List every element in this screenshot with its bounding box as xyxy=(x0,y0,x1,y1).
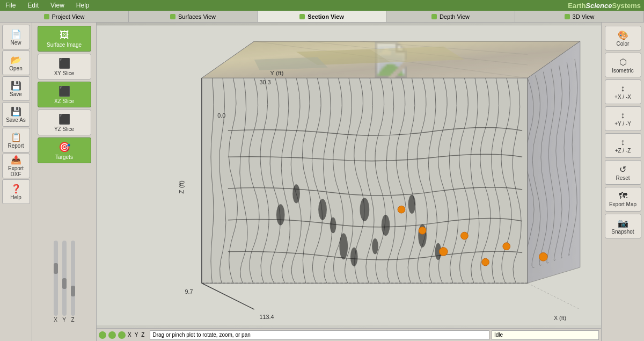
svg-point-37 xyxy=(503,243,510,250)
svg-text:Y (ft): Y (ft) xyxy=(270,69,283,76)
plus-y-minus-y-button[interactable]: ↕ +Y / -Y xyxy=(605,106,641,131)
plus-x-minus-x-button[interactable]: ↕ +X / -X xyxy=(605,79,641,104)
left-toolbar: 📄 New 📂 Open 💾 Save 💾 Save As 📋 Report 📤… xyxy=(0,23,32,341)
snapshot-icon: 📷 xyxy=(618,218,628,228)
export-dxf-icon: 📤 xyxy=(11,155,21,165)
view-area[interactable]: Y (ft) 30.3 0.0 Z (ft) 9.7 113.4 X (ft) … xyxy=(97,23,601,341)
right-toolbar: 🎨 Color ⬡ Isometric ↕ +X / -X ↕ +Y / -Y … xyxy=(601,23,644,341)
tab-depth-view[interactable]: Depth View xyxy=(386,11,515,22)
color-icon: 🎨 xyxy=(618,30,628,40)
report-button[interactable]: 📋 Report xyxy=(2,128,30,153)
slider-z-thumb[interactable] xyxy=(71,286,75,296)
xz-slice-icon: ⬛ xyxy=(58,85,70,97)
tab-indicator xyxy=(565,14,570,19)
slider-x-label: X xyxy=(54,317,57,323)
surface-image-button[interactable]: 🖼 Surface Image xyxy=(38,26,91,52)
slider-x-col: X xyxy=(54,241,58,323)
y-axis-label: Y xyxy=(135,332,138,338)
svg-text:113.4: 113.4 xyxy=(260,314,274,320)
svg-point-14 xyxy=(372,238,378,254)
svg-point-20 xyxy=(276,204,285,225)
xy-slice-icon: ⬛ xyxy=(58,57,70,69)
targets-button[interactable]: 🎯 Targets xyxy=(38,137,91,163)
svg-point-38 xyxy=(539,252,547,261)
side-panel: 🖼 Surface Image ⬛ XY Slice ⬛ XZ Slice ⬛ … xyxy=(32,23,97,341)
save-as-button[interactable]: 💾 Save As xyxy=(2,102,30,127)
svg-point-9 xyxy=(318,199,327,220)
save-as-icon: 💾 xyxy=(11,106,21,117)
new-icon: 📄 xyxy=(11,29,21,39)
tab-indicator xyxy=(44,14,49,19)
svg-point-11 xyxy=(339,233,348,259)
export-map-icon: 🗺 xyxy=(619,191,627,201)
status-indicator-y xyxy=(108,331,116,339)
tab-indicator xyxy=(170,14,175,19)
isometric-icon: ⬡ xyxy=(619,57,627,67)
isometric-button[interactable]: ⬡ Isometric xyxy=(605,53,641,77)
save-icon: 💾 xyxy=(11,81,21,91)
reset-button[interactable]: ↺ Reset xyxy=(605,160,641,185)
slider-z-track[interactable] xyxy=(71,241,75,316)
yz-slice-icon: ⬛ xyxy=(58,113,70,125)
help-button[interactable]: ❓ Help xyxy=(2,179,30,204)
svg-point-33 xyxy=(419,227,426,234)
save-button[interactable]: 💾 Save xyxy=(2,76,30,101)
surface-image-icon: 🖼 xyxy=(60,30,69,41)
svg-text:9.7: 9.7 xyxy=(185,288,193,295)
menu-file[interactable]: File xyxy=(3,1,18,10)
visualization-svg: Y (ft) 30.3 0.0 Z (ft) 9.7 113.4 X (ft) xyxy=(97,23,601,328)
svg-point-10 xyxy=(330,217,336,233)
y-axis-icon: ↕ xyxy=(621,111,625,120)
xy-slice-button[interactable]: ⬛ XY Slice xyxy=(38,54,91,79)
svg-point-13 xyxy=(360,198,370,221)
svg-text:0.0: 0.0 xyxy=(217,112,225,119)
sliders-area: X Y Z xyxy=(52,238,77,338)
tab-indicator xyxy=(299,14,305,19)
yz-slice-button[interactable]: ⬛ YZ Slice xyxy=(38,110,91,135)
z-axis-icon: ↕ xyxy=(621,137,625,147)
z-axis-label: Z xyxy=(141,332,144,338)
svg-point-35 xyxy=(461,232,469,240)
slider-y-thumb[interactable] xyxy=(62,278,67,289)
export-map-button[interactable]: 🗺 Export Map xyxy=(605,187,641,212)
slider-x-track[interactable] xyxy=(54,241,58,316)
status-idle: Idle xyxy=(492,330,599,340)
main-area: 📄 New 📂 Open 💾 Save 💾 Save As 📋 Report 📤… xyxy=(0,23,644,341)
open-icon: 📂 xyxy=(11,55,21,65)
menu-help[interactable]: Help xyxy=(74,1,92,10)
menu-view[interactable]: View xyxy=(48,1,67,10)
status-indicator-x xyxy=(99,331,106,339)
tabbar: Project View Surfaces View Section View … xyxy=(0,11,644,23)
x-axis-icon: ↕ xyxy=(621,84,625,93)
plus-z-minus-z-button[interactable]: ↕ +Z / -Z xyxy=(605,133,641,158)
status-hint: Drag or pinch plot to rotate, zoom, or p… xyxy=(150,330,489,340)
tab-project-view[interactable]: Project View xyxy=(0,11,129,22)
xz-slice-button[interactable]: ⬛ XZ Slice xyxy=(38,82,91,107)
report-icon: 📋 xyxy=(11,132,21,142)
tab-section-view[interactable]: Section View xyxy=(258,11,386,22)
snapshot-button[interactable]: 📷 Snapshot xyxy=(605,214,641,238)
slider-z-label: Z xyxy=(71,317,74,323)
menu-edit[interactable]: Edit xyxy=(25,1,41,10)
svg-point-19 xyxy=(292,184,300,203)
color-button[interactable]: 🎨 Color xyxy=(605,26,641,50)
slider-x-thumb[interactable] xyxy=(54,263,58,274)
slider-y-label: Y xyxy=(62,317,66,323)
app-logo: EarthScienceSystems xyxy=(568,2,641,10)
svg-point-32 xyxy=(398,206,405,213)
new-button[interactable]: 📄 New xyxy=(2,25,30,49)
svg-marker-7 xyxy=(202,78,528,283)
svg-point-15 xyxy=(382,215,390,236)
targets-icon: 🎯 xyxy=(58,141,70,153)
tab-3d-view[interactable]: 3D View xyxy=(515,11,644,22)
svg-text:30.3: 30.3 xyxy=(260,79,271,85)
tab-surfaces-view[interactable]: Surfaces View xyxy=(129,11,258,22)
export-dxf-button[interactable]: 📤 Export DXF xyxy=(2,154,30,178)
help-icon: ❓ xyxy=(11,184,21,194)
svg-point-36 xyxy=(482,258,489,266)
svg-marker-6 xyxy=(528,41,580,283)
open-button[interactable]: 📂 Open xyxy=(2,50,30,75)
canvas-3d[interactable]: Y (ft) 30.3 0.0 Z (ft) 9.7 113.4 X (ft) xyxy=(97,23,601,328)
slider-y-track[interactable] xyxy=(62,241,67,316)
tab-indicator xyxy=(431,14,437,19)
